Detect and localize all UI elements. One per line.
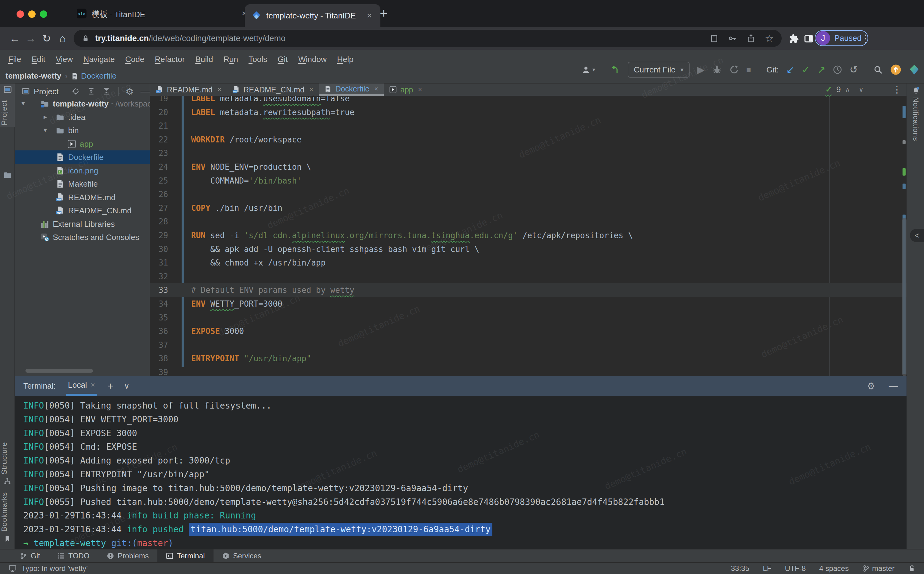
new-tab-button[interactable]: + xyxy=(380,6,388,21)
browser-menu-dots-icon[interactable]: ⋮ xyxy=(859,27,872,50)
git-push-icon[interactable]: ↗ xyxy=(817,63,825,76)
menu-file[interactable]: File xyxy=(3,55,27,64)
bookmark-star-icon[interactable]: ☆ xyxy=(765,34,774,43)
terminal-tab-close-icon[interactable]: × xyxy=(91,381,95,389)
stripe-label-notifications[interactable]: Notifications xyxy=(911,97,920,141)
tab-close-icon[interactable]: × xyxy=(309,86,313,94)
menu-view[interactable]: View xyxy=(50,55,78,64)
show-hidden-panel-button[interactable]: < xyxy=(910,229,924,242)
menu-window[interactable]: Window xyxy=(293,55,332,64)
gear-icon[interactable]: ⚙ xyxy=(126,86,134,97)
reload-icon[interactable]: ↻ xyxy=(40,27,53,50)
chevron-down-icon[interactable]: ▾ xyxy=(44,126,47,134)
tree-item-makefile[interactable]: Makefile xyxy=(15,177,150,191)
horizontal-scrollbar[interactable] xyxy=(25,369,93,373)
project-stripe-icon[interactable] xyxy=(4,85,12,93)
menu-help[interactable]: Help xyxy=(332,55,358,64)
window-zoom-button[interactable] xyxy=(40,10,47,18)
run-icon[interactable]: ▶ xyxy=(697,63,705,76)
toolwindow-problems[interactable]: Problems xyxy=(98,549,157,562)
ide-update-icon[interactable] xyxy=(890,64,901,75)
share-icon[interactable] xyxy=(746,34,756,43)
menu-code[interactable]: Code xyxy=(120,55,149,64)
browser-tab-inactive[interactable]: <t> 模板 - TitanIDE × xyxy=(70,0,255,27)
debug-icon[interactable] xyxy=(712,65,722,74)
toolwindow-git[interactable]: Git xyxy=(11,549,49,562)
locate-file-icon[interactable] xyxy=(72,87,79,95)
line-separator[interactable]: LF xyxy=(763,564,772,573)
stop-icon[interactable]: ■ xyxy=(746,63,751,76)
toolwindow-services[interactable]: Services xyxy=(214,549,270,562)
tab-close-icon[interactable]: × xyxy=(418,86,422,94)
minimize-panel-icon[interactable]: — xyxy=(140,86,150,97)
rollback-icon[interactable]: ↺ xyxy=(849,63,858,76)
editor-tabs-more-icon[interactable]: ⋮ xyxy=(893,84,902,95)
terminal-minimize-icon[interactable]: — xyxy=(889,381,898,391)
unlock-icon[interactable] xyxy=(908,565,915,572)
notifications-bell-icon[interactable] xyxy=(912,87,920,95)
terminal-tab-local[interactable]: Local × xyxy=(66,376,97,396)
code-editor[interactable]: 19LABEL metadata.usesubdomain=false20LAB… xyxy=(150,96,907,376)
menu-run[interactable]: Run xyxy=(218,55,244,64)
menu-git[interactable]: Git xyxy=(272,55,293,64)
address-bar[interactable]: try.titanide.cn /ide/web/coding/template… xyxy=(74,30,782,47)
profiler-icon[interactable] xyxy=(729,65,739,74)
forward-icon[interactable]: → xyxy=(24,27,38,50)
breadcrumb-file[interactable]: Dockerfile xyxy=(71,71,116,81)
next-problem-icon[interactable]: ∨ xyxy=(859,86,864,94)
clipboard-icon[interactable] xyxy=(710,34,719,43)
commit-stripe-icon[interactable] xyxy=(3,171,12,179)
tree-item-readme-cn-md[interactable]: MDREADME_CN.md xyxy=(15,204,150,217)
tree-item-icon-png[interactable]: icon.png xyxy=(15,164,150,177)
extensions-icon[interactable] xyxy=(789,34,799,44)
tree-item-template-wetty[interactable]: ▾template-wetty ~/workspac xyxy=(15,97,150,110)
chevron-down-icon[interactable]: ▾ xyxy=(22,99,25,107)
terminal-dropdown-icon[interactable]: ∨ xyxy=(124,381,130,391)
tree-item-external-libraries[interactable]: External Libraries xyxy=(15,217,150,231)
prev-problem-icon[interactable]: ∧ xyxy=(845,86,850,94)
tree-item-readme-md[interactable]: MDREADME.md xyxy=(15,191,150,204)
indent-size[interactable]: 4 spaces xyxy=(819,564,849,573)
editor-tab-dockerfile[interactable]: Dockerfile× xyxy=(319,84,384,96)
breadcrumb-project[interactable]: template-wetty xyxy=(6,71,61,81)
side-panel-icon[interactable] xyxy=(804,34,814,44)
toolwindow-todo[interactable]: TODO xyxy=(49,549,98,562)
git-commit-icon[interactable]: ✓ xyxy=(802,63,810,76)
event-log-icon[interactable] xyxy=(9,565,17,572)
titanide-logo-icon[interactable] xyxy=(909,64,920,75)
editor-tab-readme-md[interactable]: MDREADME.md× xyxy=(150,84,227,96)
menu-refactor[interactable]: Refactor xyxy=(149,55,190,64)
menu-build[interactable]: Build xyxy=(190,55,218,64)
browser-tab-active[interactable]: template-wetty - TitanIDE × xyxy=(245,4,380,27)
inspections-widget[interactable]: ✓ 9 ∧ ∨ xyxy=(825,85,864,94)
git-branch-widget[interactable]: master xyxy=(862,564,894,573)
stripe-label-bookmarks[interactable]: Bookmarks xyxy=(0,492,15,531)
tree-item-bin[interactable]: ▾bin xyxy=(15,124,150,137)
chevron-right-icon[interactable]: ▸ xyxy=(44,113,47,121)
new-terminal-session-icon[interactable]: + xyxy=(107,380,113,392)
tree-item-dockerfile[interactable]: Dockerfile xyxy=(15,150,150,164)
editor-tab-app[interactable]: app× xyxy=(384,84,427,96)
home-icon[interactable]: ⌂ xyxy=(56,27,69,50)
editor-tab-readme-cn-md[interactable]: MDREADME_CN.md× xyxy=(227,84,319,96)
toolwindow-terminal[interactable]: Terminal xyxy=(157,549,214,562)
tab-close-icon[interactable]: × xyxy=(217,86,222,94)
vertical-scrollbar[interactable] xyxy=(902,218,907,376)
search-everywhere-icon[interactable] xyxy=(873,65,883,74)
window-close-button[interactable] xyxy=(17,10,24,18)
tree-item-app[interactable]: app xyxy=(15,137,150,151)
terminal-settings-gear-icon[interactable]: ⚙ xyxy=(867,381,875,391)
stripe-label-project[interactable]: Project xyxy=(0,96,15,129)
project-panel-title[interactable]: Project xyxy=(34,87,58,96)
tab-close-icon[interactable]: × xyxy=(374,85,378,93)
expand-all-icon[interactable] xyxy=(87,87,95,95)
build-project-icon[interactable] xyxy=(610,65,620,74)
back-icon[interactable]: ← xyxy=(8,27,22,50)
caret-position[interactable]: 33:35 xyxy=(731,564,750,573)
history-clock-icon[interactable] xyxy=(833,65,842,74)
status-message[interactable]: Typo: In word 'wetty' xyxy=(22,564,88,573)
user-menu-button[interactable]: ▾ xyxy=(581,65,595,74)
collapse-all-icon[interactable] xyxy=(103,87,110,95)
run-configuration-select[interactable]: Current File▾ xyxy=(628,62,690,78)
git-update-icon[interactable]: ↙ xyxy=(786,63,795,76)
